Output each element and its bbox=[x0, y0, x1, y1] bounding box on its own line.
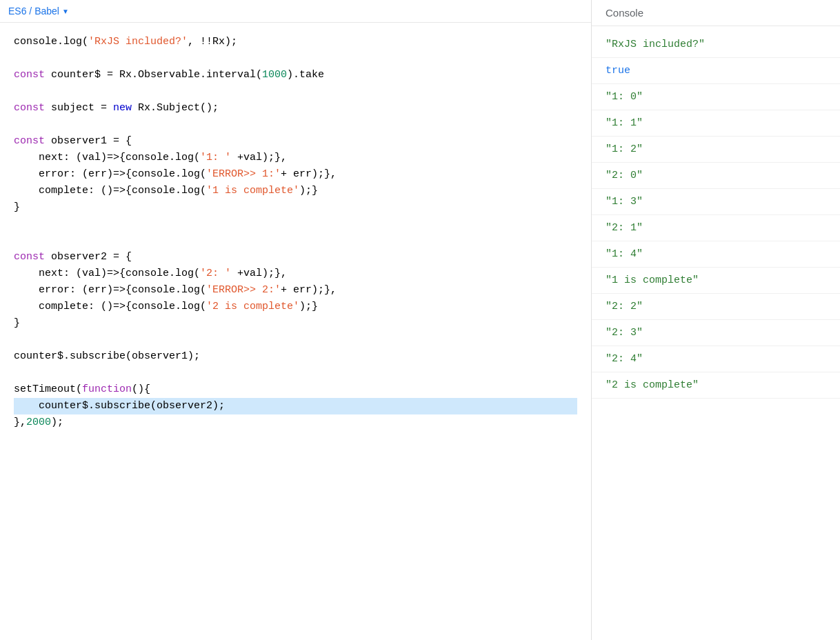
code-line-empty bbox=[14, 117, 577, 133]
console-item: "RxJS included?" bbox=[592, 32, 840, 58]
code-line: const counter$ = Rx.Observable.interval(… bbox=[14, 67, 577, 83]
console-item: "2: 4" bbox=[592, 346, 840, 372]
console-item: "2: 1" bbox=[592, 215, 840, 241]
lang-dropdown-arrow: ▼ bbox=[62, 8, 69, 15]
code-panel: ES6 / Babel ▼ console.log('RxJS included… bbox=[0, 0, 592, 640]
lang-label: ES6 / Babel bbox=[8, 6, 59, 17]
main-container: ES6 / Babel ▼ console.log('RxJS included… bbox=[0, 0, 840, 640]
code-line-empty bbox=[14, 332, 577, 348]
console-item: "1: 1" bbox=[592, 110, 840, 137]
code-line-empty bbox=[14, 232, 577, 249]
console-header: Console bbox=[592, 0, 840, 26]
console-output[interactable]: "RxJS included?"true"1: 0""1: 1""1: 2""2… bbox=[592, 26, 840, 640]
console-item: "2: 0" bbox=[592, 163, 840, 189]
code-line: counter$.subscribe(observer1); bbox=[14, 348, 577, 365]
console-item: "2 is complete" bbox=[592, 372, 840, 399]
code-line-empty bbox=[14, 83, 577, 100]
code-line-empty bbox=[14, 216, 577, 232]
code-line-empty bbox=[14, 365, 577, 381]
code-line: next: (val)=>{console.log('2: ' +val);}, bbox=[14, 266, 577, 282]
code-line: const subject = new Rx.Subject(); bbox=[14, 100, 577, 117]
console-item: "1: 2" bbox=[592, 137, 840, 163]
console-item: "1: 0" bbox=[592, 84, 840, 110]
code-line-empty bbox=[14, 50, 577, 67]
code-line-highlighted: counter$.subscribe(observer2); bbox=[14, 398, 577, 414]
code-line: error: (err)=>{console.log('ERROR>> 2:'+… bbox=[14, 282, 577, 299]
console-item: "2: 2" bbox=[592, 294, 840, 320]
console-item: "1: 3" bbox=[592, 189, 840, 215]
code-line: const observer2 = { bbox=[14, 249, 577, 266]
console-item: true bbox=[592, 58, 840, 84]
code-line: next: (val)=>{console.log('1: ' +val);}, bbox=[14, 150, 577, 166]
console-item: "2: 3" bbox=[592, 320, 840, 346]
code-line: const observer1 = { bbox=[14, 133, 577, 150]
code-line: complete: ()=>{console.log('2 is complet… bbox=[14, 299, 577, 315]
console-panel: Console "RxJS included?"true"1: 0""1: 1"… bbox=[592, 0, 840, 640]
code-line: complete: ()=>{console.log('1 is complet… bbox=[14, 183, 577, 199]
code-area[interactable]: console.log('RxJS included?', !!Rx); con… bbox=[0, 23, 591, 640]
code-line: error: (err)=>{console.log('ERROR>> 1:'+… bbox=[14, 166, 577, 183]
toolbar: ES6 / Babel ▼ bbox=[0, 0, 591, 23]
code-line: } bbox=[14, 315, 577, 332]
code-line: setTimeout(function(){ bbox=[14, 381, 577, 398]
lang-selector[interactable]: ES6 / Babel ▼ bbox=[8, 6, 69, 17]
code-line: console.log('RxJS included?', !!Rx); bbox=[14, 34, 577, 50]
console-item: "1 is complete" bbox=[592, 268, 840, 294]
code-line: },2000); bbox=[14, 414, 577, 431]
code-line: } bbox=[14, 199, 577, 216]
console-item: "1: 4" bbox=[592, 241, 840, 268]
